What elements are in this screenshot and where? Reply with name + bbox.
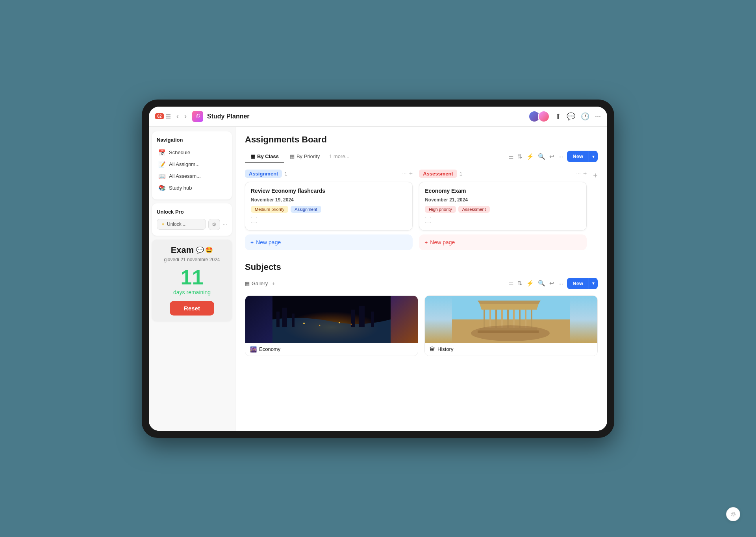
top-bar-actions: ⬆ 💬 🕐 ···: [528, 111, 601, 122]
help-icon: ♲: [730, 511, 736, 518]
table-row: Review Economy flashcards November 19, 2…: [245, 182, 413, 231]
avatar-2[interactable]: [538, 111, 550, 122]
sidebar-item-assessments[interactable]: 📖 All Assessm... ···: [157, 170, 227, 182]
svg-point-8: [303, 323, 305, 324]
board-more-icon[interactable]: ···: [558, 153, 563, 160]
help-button[interactable]: ♲: [726, 507, 740, 521]
notification-badge: 62: [155, 113, 164, 119]
sidebar-item-assignments[interactable]: 📝 All Assignm... ···: [157, 159, 227, 170]
sidebar-item-schedule[interactable]: 📅 Schedule ···: [157, 147, 227, 159]
add-column-button[interactable]: +: [593, 170, 598, 180]
sparkle-icon: ✦: [161, 221, 165, 227]
history-name: History: [437, 346, 453, 352]
new-button-chevron[interactable]: ▾: [589, 151, 598, 162]
subjects-toolbar: ▦ Gallery + ⚌ ⇅ ⚡ 🔍 ↩ ··· New ▾: [245, 278, 598, 289]
gallery-tab[interactable]: ▦ Gallery: [245, 280, 268, 286]
history-label: 🏛 History: [425, 343, 597, 356]
page-title: Study Planner: [207, 113, 524, 120]
back-arrow[interactable]: ‹: [175, 111, 180, 121]
main-content: Navigation 📅 Schedule ··· 📝 All Assignm.…: [149, 127, 607, 431]
list-item[interactable]: 🏛 History: [424, 295, 598, 356]
share-icon[interactable]: ⬆: [555, 112, 561, 121]
new-page-plus-icon-red: +: [424, 239, 428, 245]
economy-image: [245, 296, 418, 343]
subjects-search-icon[interactable]: 🔍: [538, 280, 545, 287]
assessment-column-dots[interactable]: ···: [576, 170, 581, 177]
exam-icons: 💬 🤩: [196, 246, 213, 254]
filter-icon[interactable]: ⚌: [508, 153, 513, 160]
subjects-new-button-group: New ▾: [567, 278, 598, 289]
new-button-group: New ▾: [567, 151, 598, 162]
new-page-button-assignment[interactable]: + New page: [245, 234, 413, 250]
subjects-filter-icon[interactable]: ⚌: [508, 280, 513, 287]
sidebar-item-studyhub[interactable]: 📚 Study hub ···: [157, 182, 227, 194]
exam-header: Exam 💬 🤩: [157, 245, 227, 255]
subjects-sort-icon[interactable]: ⇅: [517, 280, 523, 287]
card-tags-exam: High priority Assessment: [425, 206, 581, 213]
new-button[interactable]: New: [567, 151, 589, 162]
card-title-review: Review Economy flashcards: [251, 188, 407, 194]
svg-rect-2: [276, 312, 280, 327]
svg-rect-15: [489, 310, 491, 329]
assignments-board-title: Assignments Board: [245, 135, 598, 145]
tab-by-priority[interactable]: ▦ By Priority: [284, 150, 325, 163]
avatar-group: [528, 111, 550, 122]
subjects-new-button[interactable]: New: [567, 278, 589, 289]
assessment-column: Assessment 1 ··· + Economy Exam November…: [419, 170, 587, 250]
list-item[interactable]: 🌆 Economy: [245, 295, 418, 356]
comment-icon[interactable]: 💬: [567, 112, 575, 121]
subjects-lightning-icon[interactable]: ⚡: [526, 280, 534, 287]
tab-by-class[interactable]: ▦ By Class: [245, 150, 284, 163]
exam-days-label: days remaining: [157, 289, 227, 295]
svg-rect-3: [282, 308, 287, 327]
card-checkbox-review[interactable]: [251, 217, 257, 223]
more-icon[interactable]: ···: [595, 112, 601, 120]
search-icon[interactable]: 🔍: [538, 153, 545, 160]
svg-marker-25: [480, 304, 539, 310]
unlock-button-label: Unlock ...: [167, 221, 187, 227]
content-area: Assignments Board ▦ By Class ▦ By Priori…: [235, 127, 607, 431]
new-page-label-assignment: New page: [256, 239, 281, 245]
unlock-button-row: ✦ Unlock ... ⚙ ···: [157, 219, 227, 230]
subjects-new-chevron[interactable]: ▾: [589, 278, 598, 289]
sort-icon[interactable]: ⇅: [517, 153, 523, 160]
sidebar: Navigation 📅 Schedule ··· 📝 All Assignm.…: [149, 127, 235, 431]
svg-point-27: [471, 325, 550, 341]
card-checkbox-exam[interactable]: [425, 217, 431, 223]
new-page-button-assessment[interactable]: + New page: [419, 234, 587, 250]
history-icon[interactable]: 🕐: [581, 112, 589, 121]
assignment-column-plus[interactable]: +: [409, 170, 413, 177]
add-gallery-view-button[interactable]: +: [272, 280, 275, 287]
history-image: [425, 296, 597, 343]
lightning-icon[interactable]: ⚡: [526, 153, 534, 160]
unlock-pro-title: Unlock Pro: [157, 209, 227, 215]
star-eyes-icon: 🤩: [205, 246, 213, 254]
add-column-icon: +: [593, 171, 598, 180]
assignment-tag: Assignment: [245, 170, 282, 178]
svg-rect-7: [371, 312, 374, 327]
more-tabs[interactable]: 1 more...: [325, 150, 353, 162]
assessment-column-plus[interactable]: +: [583, 170, 587, 177]
subjects-more-icon[interactable]: ···: [558, 280, 563, 287]
unlock-button[interactable]: ✦ Unlock ...: [157, 219, 206, 230]
hamburger-icon[interactable]: ☰: [165, 113, 171, 120]
new-page-label-assessment: New page: [430, 239, 455, 245]
assessment-type-tag: Assessment: [458, 206, 490, 213]
assignment-column-dots[interactable]: ···: [402, 170, 407, 177]
svg-point-11: [351, 323, 352, 325]
by-priority-grid-icon: ▦: [290, 153, 295, 159]
svg-rect-22: [531, 310, 532, 329]
card-date-review: November 19, 2024: [251, 197, 407, 203]
subjects-link-icon[interactable]: ↩: [549, 280, 554, 287]
unlock-gear-button[interactable]: ⚙: [208, 219, 220, 230]
subjects-title: Subjects: [245, 262, 598, 272]
exam-title: Exam: [171, 245, 194, 255]
card-title-exam: Economy Exam: [425, 188, 581, 194]
unlock-dots[interactable]: ···: [222, 221, 227, 227]
link-icon[interactable]: ↩: [549, 153, 554, 160]
reset-button[interactable]: Reset: [170, 301, 214, 316]
unlock-pro-section: Unlock Pro ✦ Unlock ... ⚙ ···: [152, 203, 232, 236]
tab-by-priority-label: By Priority: [296, 153, 320, 159]
economy-name: Economy: [259, 346, 280, 352]
forward-arrow[interactable]: ›: [183, 111, 188, 121]
